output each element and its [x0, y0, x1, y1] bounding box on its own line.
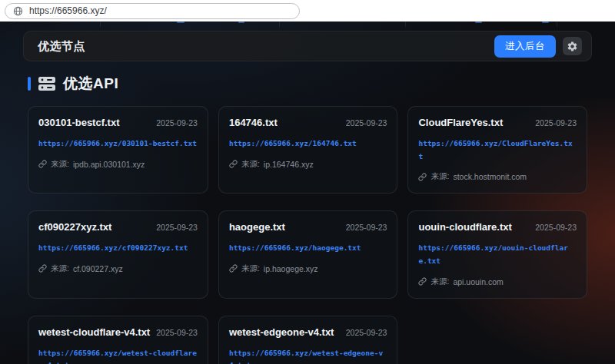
source-label: 来源:: [51, 263, 69, 274]
site-info-globe-icon: [13, 6, 23, 16]
file-source: 来源: stock.hostmonit.com: [418, 171, 577, 182]
file-date: 2025-09-23: [156, 223, 198, 232]
file-url-link[interactable]: https://665966.xyz/030101-bestcf.txt: [38, 137, 198, 151]
file-date: 2025-09-23: [156, 328, 198, 337]
file-source: 来源: ip.haogege.xyz: [229, 263, 387, 274]
file-name: wetest-edgeone-v4.txt: [229, 326, 334, 338]
file-name: 164746.txt: [229, 117, 278, 128]
source-label: 来源:: [51, 159, 69, 170]
file-url-link[interactable]: https://665966.xyz/164746.txt: [229, 137, 387, 151]
source-value: ip.164746.xyz: [264, 160, 314, 169]
section-header: 优选API: [28, 74, 592, 94]
clipped-content-remnant: [0, 22, 615, 31]
link-icon: [418, 277, 427, 286]
api-file-card: wetest-edgeone-v4.txt 2025-09-23 https:/…: [218, 316, 398, 364]
accent-bar: [28, 77, 31, 91]
source-label: 来源:: [241, 159, 260, 170]
file-url-link[interactable]: https://665966.xyz/wetest-cloudflare-v4.…: [38, 347, 198, 364]
source-value: api.uouin.com: [453, 277, 503, 286]
link-icon: [38, 264, 47, 273]
address-bar[interactable]: https://665966.xyz/: [5, 3, 300, 19]
source-value: ipdb.api.030101.xyz: [73, 160, 145, 169]
api-file-card: 030101-bestcf.txt 2025-09-23 https://665…: [28, 106, 208, 194]
file-date: 2025-09-23: [535, 118, 577, 127]
link-icon: [229, 160, 238, 168]
file-url-link[interactable]: https://665966.xyz/uouin-cloudflare.txt: [418, 242, 577, 267]
file-name: cf090227xyz.txt: [38, 221, 111, 233]
api-file-card: wetest-cloudflare-v4.txt 2025-09-23 http…: [28, 316, 208, 364]
file-name: 030101-bestcf.txt: [38, 117, 120, 128]
source-label: 来源:: [241, 263, 260, 274]
link-icon: [229, 264, 238, 273]
api-cards-grid: 030101-bestcf.txt 2025-09-23 https://665…: [23, 106, 592, 364]
file-name: CloudFlareYes.txt: [418, 117, 503, 128]
api-file-card: haogege.txt 2025-09-23 https://665966.xy…: [218, 210, 398, 298]
file-url-link[interactable]: https://665966.xyz/wetest-edgeone-v4.txt: [229, 347, 387, 364]
server-stack-icon: [38, 76, 56, 91]
file-date: 2025-09-23: [156, 118, 198, 127]
file-url-link[interactable]: https://665966.xyz/CloudFlareYes.txt: [418, 137, 577, 163]
api-file-card: CloudFlareYes.txt 2025-09-23 https://665…: [407, 106, 587, 194]
api-file-card: uouin-cloudflare.txt 2025-09-23 https://…: [407, 210, 587, 298]
source-label: 来源:: [430, 171, 449, 182]
file-url-link[interactable]: https://665966.xyz/haogege.txt: [229, 242, 387, 255]
settings-button[interactable]: [563, 37, 582, 55]
file-source: 来源: cf.090227.xyz: [38, 263, 198, 274]
link-icon: [418, 173, 427, 181]
address-url-text: https://665966.xyz/: [29, 5, 107, 16]
enter-admin-button[interactable]: 进入后台: [494, 35, 556, 58]
file-name: haogege.txt: [229, 221, 285, 233]
source-value: ip.haogege.xyz: [264, 264, 318, 273]
api-file-card: cf090227xyz.txt 2025-09-23 https://66596…: [28, 210, 208, 298]
file-name: uouin-cloudflare.txt: [418, 221, 511, 233]
page-background: 优选节点 进入后台 优选API 030101-bestcf.txt: [0, 22, 615, 364]
gear-icon: [567, 41, 578, 52]
source-value: cf.090227.xyz: [73, 264, 123, 273]
site-title: 优选节点: [38, 39, 85, 54]
source-value: stock.hostmonit.com: [453, 172, 527, 181]
file-source: 来源: ipdb.api.030101.xyz: [38, 159, 198, 170]
file-date: 2025-09-23: [346, 118, 387, 127]
file-date: 2025-09-23: [346, 328, 387, 337]
file-source: 来源: api.uouin.com: [418, 276, 577, 287]
top-header-bar: 优选节点 进入后台: [23, 31, 592, 61]
header-actions: 进入后台: [494, 35, 582, 58]
source-label: 来源:: [430, 276, 449, 287]
file-date: 2025-09-23: [535, 223, 577, 232]
api-file-card: 164746.txt 2025-09-23 https://665966.xyz…: [218, 106, 398, 194]
file-name: wetest-cloudflare-v4.txt: [38, 326, 150, 338]
browser-chrome: https://665966.xyz/: [0, 0, 615, 22]
section-title: 优选API: [63, 74, 118, 94]
link-icon: [38, 160, 47, 168]
file-date: 2025-09-23: [346, 223, 387, 232]
file-source: 来源: ip.164746.xyz: [229, 159, 387, 170]
file-url-link[interactable]: https://665966.xyz/cf090227xyz.txt: [38, 242, 198, 255]
